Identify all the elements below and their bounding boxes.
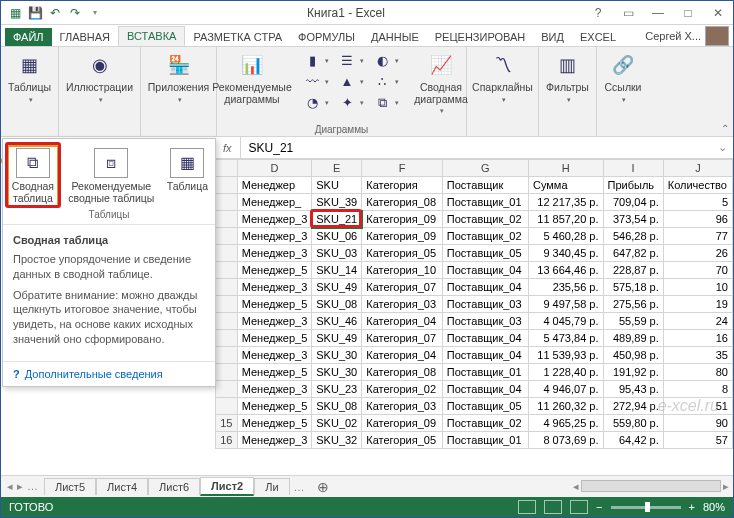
cell[interactable]: 95,43 р. — [603, 381, 663, 398]
cell[interactable]: 489,89 р. — [603, 330, 663, 347]
row-header[interactable] — [216, 194, 238, 211]
chart-pie-icon[interactable]: ◔ — [301, 94, 332, 112]
cell[interactable]: 70 — [663, 262, 732, 279]
cell[interactable]: SKU_23 — [312, 381, 362, 398]
field-header[interactable]: Сумма — [528, 177, 603, 194]
row-header[interactable] — [216, 245, 238, 262]
fx-icon[interactable]: fx — [215, 137, 241, 158]
cell[interactable]: 26 — [663, 245, 732, 262]
cell[interactable]: SKU_02 — [312, 415, 362, 432]
table-button[interactable]: ▦ Таблица — [164, 145, 211, 207]
cell[interactable]: 11 260,32 р. — [528, 398, 603, 415]
col-header[interactable]: G — [442, 160, 528, 177]
cell[interactable]: Менеджер_3 — [237, 432, 312, 449]
cell[interactable]: SKU_49 — [312, 279, 362, 296]
cell[interactable]: SKU_32 — [312, 432, 362, 449]
table-row[interactable]: Менеджер_5SKU_49Категория_07Поставщик_04… — [216, 330, 733, 347]
cell[interactable]: Категория_05 — [362, 432, 443, 449]
zoom-out-icon[interactable]: − — [596, 501, 602, 513]
cell[interactable]: Категория_04 — [362, 313, 443, 330]
cell[interactable]: Поставщик_02 — [442, 228, 528, 245]
field-header[interactable]: SKU — [312, 177, 362, 194]
expand-formula-icon[interactable]: ⌄ — [712, 141, 733, 154]
chart-radar-icon[interactable]: ✦ — [336, 94, 367, 112]
table-row[interactable]: Менеджер_5SKU_14Категория_10Поставщик_04… — [216, 262, 733, 279]
table-row[interactable]: Менеджер_3SKU_30Категория_04Поставщик_04… — [216, 347, 733, 364]
view-pagebreak-icon[interactable] — [570, 500, 588, 514]
cell[interactable]: Категория_08 — [362, 194, 443, 211]
row-header[interactable]: 15 — [216, 415, 238, 432]
cell[interactable]: 373,54 р. — [603, 211, 663, 228]
cell[interactable]: SKU_49 — [312, 330, 362, 347]
cell[interactable]: 64,42 р. — [603, 432, 663, 449]
col-header[interactable]: E — [312, 160, 362, 177]
tab-view[interactable]: ВИД — [533, 28, 572, 46]
cell[interactable]: Поставщик_01 — [442, 364, 528, 381]
hscrollbar[interactable] — [581, 480, 721, 492]
help-icon[interactable]: ? — [583, 3, 613, 23]
cell[interactable]: 51 — [663, 398, 732, 415]
cell[interactable]: 5 — [663, 194, 732, 211]
links-button[interactable]: 🔗 Ссылки — [601, 50, 646, 105]
row-header[interactable] — [216, 228, 238, 245]
cell[interactable]: 709,04 р. — [603, 194, 663, 211]
maximize-icon[interactable]: □ — [673, 3, 703, 23]
tab-data[interactable]: ДАННЫЕ — [363, 28, 427, 46]
cell[interactable]: 228,87 р. — [603, 262, 663, 279]
tab-insert[interactable]: ВСТАВКА — [118, 26, 185, 46]
cell[interactable]: Менеджер_3 — [237, 228, 312, 245]
cell[interactable]: Менеджер_5 — [237, 415, 312, 432]
cell[interactable]: 1 228,40 р. — [528, 364, 603, 381]
pivotchart-button[interactable]: 📈 Сводная диаграмма — [406, 50, 476, 122]
col-header[interactable]: F — [362, 160, 443, 177]
cell[interactable]: 77 — [663, 228, 732, 245]
cell[interactable]: Категория_09 — [362, 415, 443, 432]
table-row[interactable]: Менеджер_5SKU_08Категория_03Поставщик_05… — [216, 398, 733, 415]
cell[interactable]: Поставщик_04 — [442, 347, 528, 364]
cell[interactable]: 90 — [663, 415, 732, 432]
cell[interactable]: Поставщик_03 — [442, 296, 528, 313]
cell[interactable]: Менеджер_5 — [237, 398, 312, 415]
cell[interactable]: 275,56 р. — [603, 296, 663, 313]
chart-bar-icon[interactable]: ☰ — [336, 52, 367, 70]
cell[interactable]: 450,98 р. — [603, 347, 663, 364]
field-header[interactable]: Категория — [362, 177, 443, 194]
cell[interactable]: 647,82 р. — [603, 245, 663, 262]
sheet-tab-active[interactable]: Лист2 — [200, 477, 254, 496]
cell[interactable]: 546,28 р. — [603, 228, 663, 245]
tab-home[interactable]: ГЛАВНАЯ — [52, 28, 118, 46]
table-row[interactable]: Менеджер_3SKU_46Категория_04Поставщик_03… — [216, 313, 733, 330]
row-header[interactable] — [216, 296, 238, 313]
cell[interactable]: SKU_30 — [312, 347, 362, 364]
cell[interactable]: Поставщик_05 — [442, 245, 528, 262]
sheet-nav-prev-icon[interactable]: ◂ — [7, 480, 13, 493]
cell[interactable]: Категория_07 — [362, 330, 443, 347]
cell[interactable]: SKU_08 — [312, 398, 362, 415]
chart-area-icon[interactable]: ▲ — [336, 73, 367, 91]
chart-combo-icon[interactable]: ⧉ — [371, 94, 402, 112]
cell[interactable]: Менеджер_3 — [237, 279, 312, 296]
cell[interactable]: 575,18 р. — [603, 279, 663, 296]
tables-button[interactable]: ▦ Таблицы — [4, 50, 55, 105]
cell[interactable]: Менеджер_ — [237, 194, 312, 211]
cell[interactable]: 235,56 р. — [528, 279, 603, 296]
row-header[interactable]: 16 — [216, 432, 238, 449]
cell[interactable]: 5 473,84 р. — [528, 330, 603, 347]
row-header[interactable] — [216, 262, 238, 279]
cell[interactable]: 4 045,79 р. — [528, 313, 603, 330]
tab-excel[interactable]: EXCEL — [572, 28, 624, 46]
table-row[interactable]: Менеджер_3SKU_21Категория_09Поставщик_02… — [216, 211, 733, 228]
cell[interactable]: SKU_46 — [312, 313, 362, 330]
cell[interactable]: 559,80 р. — [603, 415, 663, 432]
table-row[interactable]: 16Менеджер_3SKU_32Категория_05Поставщик_… — [216, 432, 733, 449]
table-row[interactable]: Менеджер_3SKU_23Категория_02Поставщик_04… — [216, 381, 733, 398]
cell[interactable]: Поставщик_01 — [442, 194, 528, 211]
cell[interactable]: Менеджер_3 — [237, 313, 312, 330]
cell[interactable]: SKU_30 — [312, 364, 362, 381]
table-row[interactable]: Менеджер_SKU_39Категория_08Поставщик_011… — [216, 194, 733, 211]
cell[interactable]: Категория_04 — [362, 347, 443, 364]
cell[interactable]: 57 — [663, 432, 732, 449]
cell[interactable]: Поставщик_01 — [442, 432, 528, 449]
field-header[interactable]: Менеджер — [237, 177, 312, 194]
field-header[interactable]: Прибыль — [603, 177, 663, 194]
